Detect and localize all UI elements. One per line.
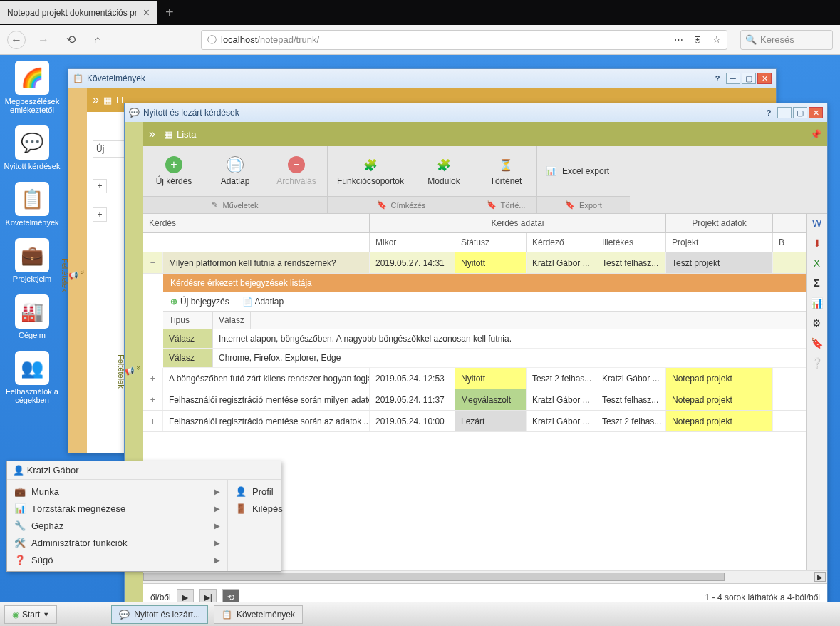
- chart-icon[interactable]: 📊: [811, 297, 824, 309]
- col-type[interactable]: Tipus: [163, 312, 213, 329]
- new-entry-button[interactable]: ⊕ Új bejegyzés: [170, 297, 229, 307]
- cell-project: Teszt projekt: [666, 252, 773, 273]
- sum-icon[interactable]: Σ: [811, 277, 824, 289]
- menu-item[interactable]: 👤Profil: [228, 483, 290, 500]
- menu-label: Súgó: [31, 555, 53, 565]
- horizontal-scrollbar[interactable]: ▶: [143, 570, 827, 583]
- export-sidebar: W ⬇ X Σ 📊 ⚙ 🔖 ❔: [806, 214, 827, 570]
- archive-button[interactable]: −Archiválás: [266, 146, 327, 196]
- desktop-icon[interactable]: 🏭Cégeim: [4, 294, 61, 339]
- detail-row[interactable]: Válasz Internet alapon, böngészőben. A n…: [163, 329, 806, 349]
- expand-toggle[interactable]: +: [143, 389, 163, 410]
- chevron-icon[interactable]: »: [93, 93, 99, 106]
- bookmark-icon[interactable]: 🔖: [811, 337, 824, 349]
- expand-toggle[interactable]: +: [143, 368, 163, 389]
- table-row[interactable]: − Milyen platformon kell futnia a rendsz…: [143, 252, 806, 274]
- bookmark-icon: 🔖: [377, 200, 387, 210]
- desktop-icon[interactable]: 🌈Megbeszélések emlékeztetői: [4, 61, 61, 114]
- minimize-button[interactable]: ─: [777, 107, 792, 118]
- taskbar-button[interactable]: 📋Követelmények: [214, 605, 303, 624]
- task-label: Nyitott és lezárt...: [134, 610, 200, 620]
- pin-icon[interactable]: 📌: [810, 129, 821, 140]
- detail-row[interactable]: Válasz Chrome, Firefox, Explorer, Edge: [163, 349, 806, 368]
- expand-toggle[interactable]: −: [143, 252, 163, 273]
- grid-icon: ▦: [103, 95, 112, 106]
- cell-when: 2019.05.24. 12:53: [370, 368, 455, 389]
- search-input[interactable]: 🔍 Keresés: [740, 30, 833, 50]
- menu-item[interactable]: 📊Törzstárak megnézése▶: [7, 500, 227, 517]
- menu-item[interactable]: 🔧Gépház▶: [7, 517, 227, 534]
- close-button[interactable]: ✕: [809, 107, 823, 118]
- word-export-icon[interactable]: W: [811, 217, 824, 230]
- excel-export-button[interactable]: 📊Excel export: [537, 146, 630, 196]
- window-title: Követelmények: [87, 73, 145, 83]
- funcgroups-button[interactable]: 🧩Funkciócsoportok: [328, 146, 413, 196]
- scroll-right-arrow[interactable]: ▶: [814, 572, 826, 582]
- menu-item[interactable]: 💼Munka▶: [7, 483, 227, 500]
- col-b[interactable]: B: [773, 233, 787, 252]
- desktop-icon[interactable]: 💬Nyitott kérdések: [4, 125, 61, 170]
- app-icon: 💬: [15, 125, 49, 160]
- table-row[interactable]: + Felhasználói regisztráció mentése sorá…: [143, 411, 806, 432]
- minimize-button[interactable]: ─: [726, 73, 740, 84]
- col-answer[interactable]: Válasz: [213, 312, 251, 329]
- row-detail: Kérdésre érkezett bejegyzések listája ⊕ …: [143, 274, 806, 368]
- table-row[interactable]: + Felhasználói regisztráció mentése sorá…: [143, 389, 806, 411]
- browser-tab[interactable]: Notepad projekt dokumentációs pr ×: [0, 1, 157, 24]
- menu-item[interactable]: 🛠️Adminisztrátor funkciók▶: [7, 534, 227, 551]
- menu-item[interactable]: 🚪Kilépés: [228, 500, 290, 517]
- close-button[interactable]: ✕: [757, 73, 772, 84]
- menu-label: Törzstárak megnézése: [31, 503, 125, 514]
- maximize-button[interactable]: ▢: [742, 73, 756, 84]
- datasheet-button[interactable]: 📄Adatlap: [204, 146, 266, 196]
- maximize-button[interactable]: ▢: [793, 107, 807, 118]
- home-button[interactable]: ⌂: [88, 31, 107, 49]
- history-button[interactable]: ⏳Történet: [475, 146, 536, 196]
- close-icon[interactable]: ×: [143, 6, 150, 19]
- help-button[interactable]: ?: [710, 73, 725, 84]
- chevron-icon: »: [78, 270, 87, 274]
- cell-project: Notepad projekt: [666, 411, 773, 431]
- bookmark-icon: 🔖: [565, 200, 575, 210]
- col-project[interactable]: Projekt: [666, 233, 773, 252]
- desktop-icon[interactable]: 💼Projektjeim: [4, 238, 61, 283]
- desktop-icon[interactable]: 📋Követelmények: [4, 182, 61, 227]
- back-button[interactable]: ←: [7, 31, 26, 49]
- cell-asker: Teszt 2 felhas...: [527, 368, 596, 389]
- star-icon[interactable]: ☆: [712, 34, 721, 45]
- app-icon: 📋: [15, 182, 49, 216]
- modules-button[interactable]: 🧩Modulok: [413, 146, 475, 196]
- col-asker[interactable]: Kérdező: [527, 233, 596, 252]
- settings-icon[interactable]: ⚙: [811, 317, 824, 329]
- table-row[interactable]: + A böngészőben futó zárt kliens rendsze…: [143, 368, 806, 389]
- reload-button[interactable]: ⟲: [61, 31, 80, 49]
- menu-item[interactable]: ❓Súgó▶: [7, 551, 227, 568]
- shield-icon[interactable]: ⛨: [693, 34, 702, 45]
- cell-question: A böngészőben futó zárt kliens rendszer …: [163, 368, 370, 389]
- col-question[interactable]: Kérdés: [143, 214, 370, 232]
- forward-button[interactable]: →: [34, 31, 53, 49]
- taskbar-button[interactable]: 💬Nyitott és lezárt...: [111, 605, 208, 624]
- datasheet-button[interactable]: 📄 Adatlap: [242, 297, 284, 307]
- col-status[interactable]: Státusz: [455, 233, 527, 252]
- expand-toggle[interactable]: +: [143, 411, 163, 431]
- desktop-icon[interactable]: 👥Felhasználók a cégekben: [4, 351, 61, 404]
- help-icon[interactable]: ❔: [811, 356, 824, 369]
- menu-label: Adminisztrátor funkciók: [31, 538, 127, 548]
- more-icon[interactable]: ⋯: [674, 34, 683, 45]
- scroll-thumb[interactable]: [143, 573, 725, 581]
- tab-title: Notepad projekt dokumentációs pr: [7, 8, 138, 18]
- help-button[interactable]: ?: [762, 107, 776, 118]
- chevron-icon[interactable]: »: [149, 128, 155, 140]
- side-panel-conditions[interactable]: » 📢 Feltételek: [68, 88, 87, 453]
- chevron-right-icon: ▶: [214, 539, 220, 547]
- address-bar[interactable]: ⓘ localhost/notepad/trunk/ ⋯ ⛨ ☆: [201, 30, 727, 50]
- pdf-export-icon[interactable]: ⬇: [811, 237, 824, 250]
- col-responsible[interactable]: Illetékes: [596, 233, 666, 252]
- new-question-button[interactable]: +Új kérdés: [143, 146, 204, 196]
- col-when[interactable]: Mikor: [370, 233, 455, 252]
- chevron-icon: »: [135, 366, 143, 370]
- excel-export-icon[interactable]: X: [811, 257, 824, 270]
- new-tab-button[interactable]: +: [165, 4, 174, 21]
- start-button[interactable]: ◉ Start ▼: [4, 605, 57, 624]
